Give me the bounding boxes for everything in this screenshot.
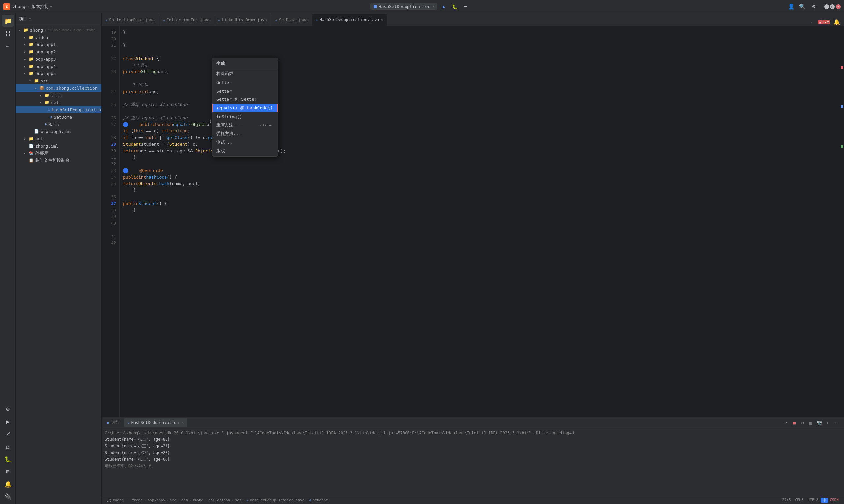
search-icon[interactable]: 🔍	[798, 3, 806, 11]
tab-hashset-deduplication[interactable]: ☕ HashSetDeduplication.java ✕	[312, 14, 387, 26]
folder-icon: 📁	[29, 42, 34, 47]
bottom-tab-run[interactable]: ▶ 运行	[104, 418, 123, 427]
tree-item-idea[interactable]: ▶ 📁 .idea	[16, 34, 101, 41]
stop-icon[interactable]: ■	[791, 419, 797, 426]
tab-close-bottom[interactable]: ✕	[182, 420, 184, 425]
sidebar-project-icon[interactable]: 📁	[2, 15, 14, 27]
more-tools-icon[interactable]: ⋯	[832, 419, 839, 426]
sidebar-terminal-icon[interactable]: ⊞	[2, 466, 14, 477]
tab-close-icon[interactable]: ✕	[381, 18, 383, 22]
notifications-icon[interactable]: 🔔	[833, 18, 841, 26]
tab-icon: ☕	[275, 18, 277, 22]
rerun-icon[interactable]: ↺	[783, 419, 789, 426]
more-run-button[interactable]: ⋯	[461, 3, 469, 11]
scroll-icon[interactable]: ⊡	[799, 419, 806, 426]
tree-item-out[interactable]: ▶ 📁 out	[16, 135, 101, 142]
tree-item-oop-app5[interactable]: ▾ 📁 oop-app5	[16, 70, 101, 77]
ctx-getter[interactable]: Getter	[212, 78, 278, 87]
ctx-setter[interactable]: Setter	[212, 87, 278, 95]
csdn-icon[interactable]: CSDN	[828, 498, 841, 502]
tree-item-list[interactable]: ▶ 📁 list	[16, 92, 101, 99]
ctx-override[interactable]: 重写方法... Ctrl+O	[212, 121, 278, 129]
sidebar-debug-icon[interactable]: 🐛	[2, 453, 14, 465]
bc-com[interactable]: com	[181, 498, 188, 502]
bc-student[interactable]: Student	[313, 498, 328, 502]
ctx-getter-setter[interactable]: Getter 和 Setter	[212, 95, 278, 104]
debug-button[interactable]: 🐛	[451, 3, 459, 11]
settings-icon[interactable]: ⚙	[810, 3, 817, 11]
tree-item-hashsetdeduplication[interactable]: ▶ ☕ HashSetDeduplication	[16, 106, 101, 113]
bc-hashset-file[interactable]: HashSetDeduplication.java	[250, 498, 305, 502]
version-control: 版本控制	[31, 4, 49, 10]
line-col[interactable]: 27:5	[780, 498, 793, 502]
tab-collection-demo[interactable]: ☕ CollectionDemo.java	[102, 14, 159, 26]
tab-label: LinkedListDemo.java	[222, 18, 267, 22]
bc-zhong[interactable]: zhong	[132, 498, 143, 502]
titlebar: Z zhong › 版本控制 ▾ HashSetDeduplication ▾ …	[0, 0, 844, 13]
screenshot-icon[interactable]: 📷	[816, 419, 822, 426]
console-output-line-1: Student{name='张三', age=80}	[105, 436, 841, 443]
tree-item-com-zhong-collection[interactable]: ▾ 📦 com.zhong.collection	[16, 84, 101, 92]
tab-linkedlist-demo[interactable]: ☕ LinkedListDemo.java	[214, 14, 271, 26]
bottom-panel: ▶ 运行 ☕ HashSetDeduplication ✕ ↺ ■ ⊡ ▤ 📷 …	[102, 417, 844, 496]
sidebar-more-icon[interactable]: ⋯	[2, 40, 14, 52]
sidebar-git-icon[interactable]: ⎇	[2, 428, 14, 440]
code-line: }	[123, 187, 836, 194]
lang-switch[interactable]: 中	[821, 498, 828, 503]
tab-collection-for[interactable]: ☕ CollectionFor.java	[159, 14, 214, 26]
export-icon[interactable]: ⬆	[824, 419, 830, 426]
sidebar-notifications-icon[interactable]: 🔔	[2, 478, 14, 490]
run-button[interactable]: ▶	[440, 3, 448, 11]
project-selector[interactable]: zhong › 版本控制 ▾	[13, 4, 52, 10]
ctx-constructor[interactable]: 构造函数	[212, 70, 278, 78]
tree-item-zhong-iml[interactable]: ▶ 📄 zhong.iml	[16, 142, 101, 149]
tree-item-external-libs[interactable]: ▶ 📚 外部库	[16, 149, 101, 157]
tree-item-oop-app5-iml[interactable]: ▶ 📄 oop-app5.iml	[16, 128, 101, 135]
tab-setdome[interactable]: ☕ SetDome.java	[271, 14, 312, 26]
tree-item-src[interactable]: ▾ 📁 src	[16, 77, 101, 84]
sidebar-structure-icon[interactable]	[2, 28, 14, 39]
warning-count: 5	[822, 20, 824, 24]
iml-icon: 📄	[29, 144, 34, 148]
tree-item-main[interactable]: ▶ ⊙ Main	[16, 121, 101, 128]
ctx-equals-hashcode[interactable]: equals() 和 hashCode()	[212, 104, 278, 112]
ctx-tostring[interactable]: toString()	[212, 112, 278, 121]
tree-content[interactable]: ▾ 📁 zhong E:\JavaBase\JavaSEProMa ▶ 📁 .i…	[16, 25, 101, 504]
tree-item-temp-files[interactable]: ▶ 📋 临时文件和控制台	[16, 157, 101, 164]
sidebar-settings-icon[interactable]: ⚙	[2, 403, 14, 415]
ctx-delegate[interactable]: 委托方法...	[212, 129, 278, 138]
warning-badge[interactable]: ▲ 5 ▾ ⊞	[817, 20, 830, 24]
close-button[interactable]: ✕	[836, 4, 841, 9]
ctx-test[interactable]: 测试...	[212, 138, 278, 147]
charset[interactable]: UTF-8	[806, 498, 820, 502]
sidebar-plugins-icon[interactable]: 🔌	[2, 490, 14, 502]
tree-item-zhong-root[interactable]: ▾ 📁 zhong E:\JavaBase\JavaSEProMa	[16, 26, 101, 34]
tree-label: oop-app5	[35, 71, 56, 76]
bc-src[interactable]: src	[170, 498, 176, 502]
maximize-button[interactable]: □	[830, 4, 835, 9]
sidebar-run-icon[interactable]: ▶	[2, 415, 14, 427]
git-branch[interactable]: ⎇ zhong	[105, 497, 126, 504]
tabs-more-icon[interactable]: ⋯	[807, 18, 815, 26]
tree-item-oop-app4[interactable]: ▶ 📁 oop-app4	[16, 62, 101, 70]
minimize-button[interactable]: −	[824, 4, 829, 9]
fold-icon[interactable]: ▤	[807, 419, 814, 426]
crlf[interactable]: CRLF	[793, 498, 806, 502]
account-icon[interactable]: 👤	[787, 3, 795, 11]
bc-collection[interactable]: collection	[208, 498, 230, 502]
bottom-tab-hashset[interactable]: ☕ HashSetDeduplication ✕	[124, 418, 187, 427]
tree-item-oop-app2[interactable]: ▶ 📁 oop-app2	[16, 48, 101, 55]
ctx-copyright[interactable]: 版权	[212, 147, 278, 155]
bc-set[interactable]: set	[235, 498, 242, 502]
tree-item-setdome[interactable]: ▶ ⊙ SetDome	[16, 113, 101, 121]
tree-item-oop-app1[interactable]: ▶ 📁 oop-app1	[16, 41, 101, 48]
sidebar-tasks-icon[interactable]: ☑	[2, 440, 14, 452]
tree-label: HashSetDeduplication	[52, 107, 101, 112]
bc-zhong2[interactable]: zhong	[192, 498, 203, 502]
tree-item-set[interactable]: ▾ 📁 set	[16, 99, 101, 106]
hashset-tab-label: HashSetDeduplication	[131, 420, 179, 425]
bc-oop-app5[interactable]: oop-app5	[148, 498, 165, 502]
tree-item-oop-app3[interactable]: ▶ 📁 oop-app3	[16, 55, 101, 62]
tree-label: list	[51, 93, 61, 98]
run-config-selector[interactable]: HashSetDeduplication ▾	[370, 3, 438, 10]
